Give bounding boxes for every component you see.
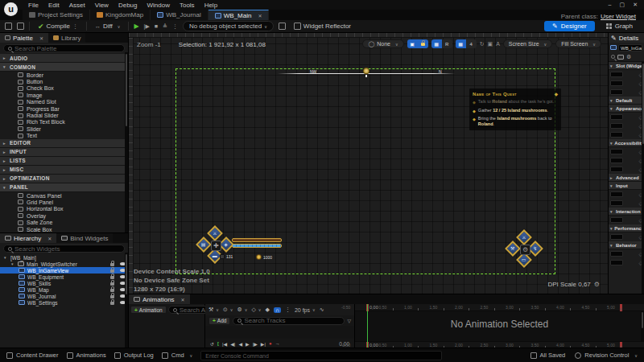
display-filter-icon[interactable] [617,55,624,60]
timeline-scrollbar[interactable] [641,311,644,341]
maximize-icon[interactable]: ▢ [620,2,625,8]
timeline[interactable]: -0,50 0,00 0,501,001,502,002,503,003,504… [354,304,644,348]
outline-count[interactable]: 4 [466,39,477,48]
details-section-appearance[interactable]: ▾Appearance [609,105,644,113]
record-icon[interactable]: ● [269,341,272,346]
tab-project-settings[interactable]: Project Settings [23,10,90,20]
minimize-icon[interactable]: – [609,2,612,8]
palette-item-button[interactable]: Button [0,78,128,84]
browse-icon[interactable] [17,23,24,30]
hierarchy-search-input[interactable]: Search Widgets [3,245,125,253]
palette-section-audio[interactable]: ▸AUDIO [0,54,128,63]
tab-wb-journal[interactable]: WB_Journal [151,10,208,20]
lock-icon[interactable] [418,39,428,48]
text-preview-icon[interactable]: A [496,41,500,47]
palette-item-overlay[interactable]: Overlay [0,212,128,219]
palette-search-input[interactable]: Search Palette [3,44,125,52]
close-icon[interactable]: ✕ [633,2,638,8]
palette-section-input[interactable]: ▸INPUT [0,148,128,157]
designer-mode-button[interactable]: ✎Designer [544,21,595,31]
unreal-logo-icon[interactable]: u [4,2,18,16]
palette-section-common[interactable]: ▾COMMON [0,63,128,72]
palette-section-optimization[interactable]: ▸OPTIMIZATION [0,175,128,183]
step-forward-icon[interactable]: |▶ [253,341,258,347]
selection-toggle[interactable]: ▣ [407,39,418,48]
menu-tools[interactable]: Tools [175,1,199,10]
property-value-field[interactable] [610,158,623,163]
tab-details[interactable]: ✎Details✕ [609,33,644,43]
playhead[interactable] [367,304,368,348]
preview-background-icon[interactable]: ▣ [488,41,493,47]
lock-icon[interactable] [110,295,114,298]
property-value-field[interactable] [610,191,623,197]
parent-class-value[interactable]: User Widget [601,13,636,20]
eject-button[interactable]: ≜ [163,23,167,30]
menu-debug[interactable]: Debug [114,1,142,10]
property-value-field[interactable] [610,260,623,265]
keyframe-options-icon[interactable]: ◇∨ [251,306,261,313]
palette-item-scale-box[interactable]: Scale Box [0,226,128,232]
dpi-scale[interactable]: DPI Scale 0,67 ⚙ [547,281,600,288]
hierarchy-item-wb-ingameview[interactable]: WB_InGameView [0,267,128,274]
content-drawer-button[interactable]: Content Drawer [6,352,59,359]
palette-item-grid-panel[interactable]: Grid Panel [0,199,128,205]
palette-item-rich-text-block[interactable]: Rich Text Block [0,119,128,125]
gear-icon[interactable]: ⚙ [594,281,600,288]
property-value-field[interactable] [610,234,623,240]
palette-item-horizontal-box[interactable]: Horizontal Box [0,206,128,212]
debug-object-dropdown[interactable]: No debug object selected∨ [183,21,274,31]
close-tab-icon[interactable]: ✕ [47,236,52,241]
loop-icon[interactable]: ↺ [210,341,214,347]
menu-window[interactable]: Window [142,1,173,10]
hierarchy-scrollbar[interactable] [125,253,128,348]
search-tracks-input[interactable]: Search Tracks [233,317,345,325]
tab-animations[interactable]: Animations✕ [129,294,190,304]
lock-icon[interactable] [110,302,114,305]
hierarchy-item-wb-main[interactable]: ▾[WB_Main] [0,254,128,261]
palette-item-progress-bar[interactable]: Progress Bar [0,105,128,112]
timeline-ruler-top[interactable]: -0,50 0,00 0,501,001,502,002,503,003,504… [355,304,644,311]
palette-section-editor[interactable]: ▸EDITOR [0,139,128,148]
hierarchy-item-wb-journal[interactable]: WB_Journal [0,293,128,299]
tab-wb-main[interactable]: WB_Main✕ [208,10,270,20]
more-options-icon[interactable]: ⋮ [285,306,291,313]
step-back-icon[interactable]: ◀| [230,341,235,347]
property-value-field[interactable] [610,114,623,120]
compile-button[interactable]: ✔Compile⋮ [35,22,81,31]
close-tab-icon[interactable]: ✕ [258,13,262,19]
outline-icon[interactable]: ▦ [456,39,466,48]
cmd-dropdown[interactable]: Cmd∨ [162,352,193,359]
fill-screen-dropdown[interactable]: Fill Screen∨ [555,39,601,48]
property-value-field[interactable] [610,72,623,77]
play-forward-icon[interactable]: ▶ [246,341,250,347]
hierarchy-item-wb-map[interactable]: WB_Map [0,286,128,293]
auto-key-icon[interactable]: ◆ [266,306,270,313]
lock-icon[interactable] [110,289,114,292]
property-value-field[interactable] [610,217,623,223]
hierarchy-item-wb-equipment[interactable]: WB_Equipment [0,274,128,280]
tab-library[interactable]: Library [48,33,85,43]
gear-icon[interactable]: ⚙ [626,54,631,60]
close-tab-icon[interactable]: ✕ [39,35,43,41]
go-to-front-icon[interactable]: |◀ [222,341,227,347]
details-section-behavior[interactable]: ▾Behavior [609,241,644,249]
save-icon[interactable] [5,23,12,30]
palette-item-slider[interactable]: Slider [0,125,128,132]
palette-section-misc[interactable]: ▸MISC [0,166,128,175]
debug-filter-icon[interactable] [279,23,286,30]
output-log-button[interactable]: Output Log [114,352,154,359]
details-section-input[interactable]: ▾Input [609,182,644,190]
details-section-performance[interactable]: ▾Performance [609,224,644,232]
details-section-slot-widget[interactable]: ▾Slot (Widget [609,62,644,70]
fps-dropdown[interactable]: 20 fps∨ [295,307,316,313]
jump-icon[interactable]: → [275,341,280,346]
palette-section-lists[interactable]: ▸LISTS [0,157,128,166]
diff-button[interactable]: ↔Diff∨ [92,22,124,31]
palette-item-check-box[interactable]: Check Box [0,85,128,92]
sequencer-tools-icon[interactable]: ⚒∨ [208,306,219,313]
go-to-end-icon[interactable]: ▶| [261,341,266,347]
stop-button[interactable]: ■ [155,23,158,29]
menu-edit[interactable]: Edit [44,1,64,10]
tab-palette[interactable]: Palette✕ [0,33,48,43]
details-section-interaction[interactable]: ▾Interaction [609,208,644,216]
